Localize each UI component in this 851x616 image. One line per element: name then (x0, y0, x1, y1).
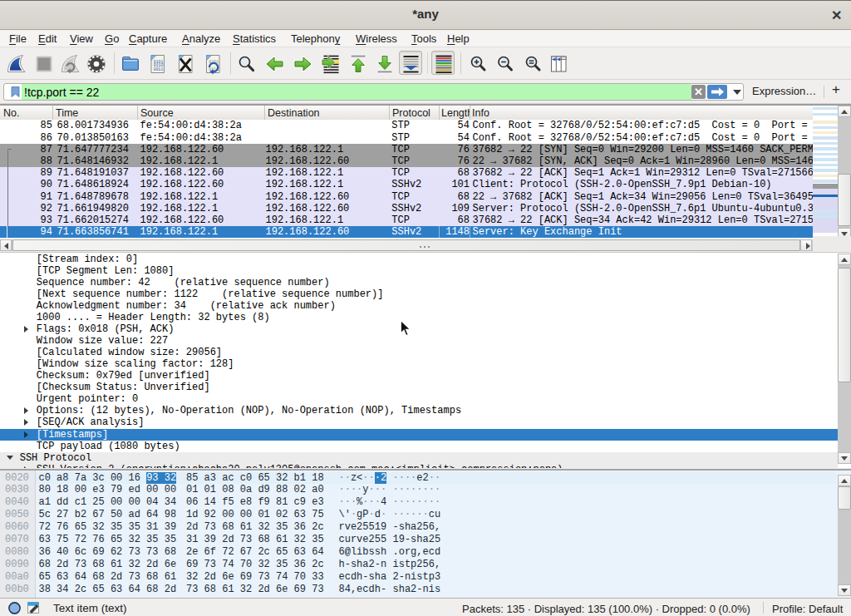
svg-text:0011: 0011 (154, 67, 164, 71)
